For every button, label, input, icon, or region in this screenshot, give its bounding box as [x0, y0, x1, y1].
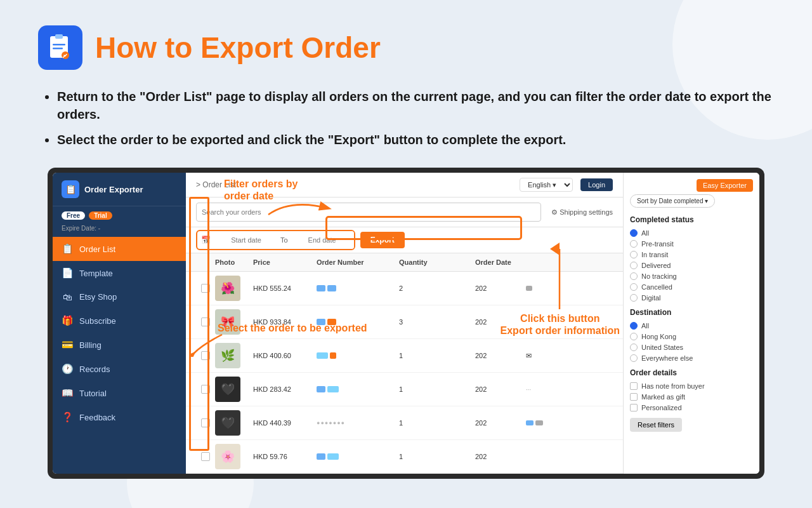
row6-qty: 1 [399, 453, 475, 460]
sidebar-logo-icon: 📋 [62, 180, 79, 198]
shipping-settings-link[interactable]: ⚙ Shipping settings [551, 208, 613, 217]
records-icon: 🕐 [62, 363, 73, 375]
start-date-input[interactable] [214, 231, 278, 249]
row6-photo: 🌸 [215, 444, 240, 469]
nav-label-records: Records [79, 364, 110, 374]
nav-label-template: Template [79, 269, 113, 278]
instructions-list: Return to the "Order List" page to displ… [38, 88, 774, 149]
sort-button[interactable]: Sort by Date completed ▾ [630, 194, 715, 208]
header-quantity: Quantity [399, 258, 475, 266]
date-filter: 📅 To [196, 230, 355, 250]
status-all-radio [630, 229, 638, 237]
nav-label-billing: Billing [79, 340, 102, 350]
easy-exporter-button[interactable]: Easy Exporter [697, 179, 753, 192]
expire-text: Expire Date: - [53, 225, 186, 237]
sidebar-item-order-list[interactable]: 📋 Order List [53, 237, 186, 261]
row6-checkbox[interactable] [196, 452, 215, 461]
dest-us[interactable]: United States [630, 344, 753, 351]
detail-note[interactable]: Has note from buyer [630, 382, 753, 390]
search-input[interactable] [196, 203, 541, 222]
completed-status-title: Completed status [630, 215, 753, 224]
sidebar-item-records[interactable]: 🕐 Records [53, 357, 186, 381]
row4-col6: ··· [526, 385, 589, 393]
sidebar-item-template[interactable]: 📄 Template [53, 261, 186, 285]
row1-price: HKD 555.24 [253, 284, 317, 292]
status-pretransit[interactable]: Pre-transit [630, 240, 753, 248]
calendar-icon: 📅 [197, 236, 214, 244]
row2-photo: 🎀 [215, 309, 240, 335]
topbar: > Order List English ▾ Login [186, 173, 623, 197]
sidebar-item-etsy-shop[interactable]: 🛍 Etsy Shop [53, 285, 186, 309]
end-date-input[interactable] [291, 231, 354, 249]
order-details-title: Order details [630, 368, 753, 377]
sidebar-item-subscribe[interactable]: 🎁 Subscribe [53, 309, 186, 333]
row4-qty: 1 [399, 385, 475, 393]
row5-checkbox[interactable] [196, 418, 215, 427]
header-order-date: Order Date [475, 258, 526, 266]
row1-photo: 🌺 [215, 276, 240, 301]
right-panel: Easy Exporter Sort by Date completed ▾ C… [623, 173, 759, 474]
feedback-icon: ❓ [62, 411, 73, 423]
row6-order-num [317, 453, 399, 460]
date-filter-bar: 📅 To Export [186, 227, 623, 253]
sidebar-item-feedback[interactable]: ❓ Feedback [53, 405, 186, 429]
trial-bar: Free Trial [53, 206, 186, 225]
sidebar-nav: 📋 Order List 📄 Template 🛍 Etsy Shop 🎁 Su… [53, 237, 186, 474]
row2-qty: 3 [399, 318, 475, 326]
dest-all[interactable]: All [630, 322, 753, 330]
status-cancelled[interactable]: Cancelled [630, 283, 753, 291]
row3-checkbox[interactable] [196, 351, 215, 360]
status-digital[interactable]: Digital [630, 294, 753, 302]
header-order-number: Order Number [317, 258, 399, 266]
breadcrumb: > Order List [196, 180, 236, 189]
row3-order-num [317, 352, 399, 359]
order-table: Photo Price Order Number Quantity Order … [186, 253, 623, 474]
dest-hk[interactable]: Hong Kong [630, 333, 753, 340]
main-content: > Order List English ▾ Login ⚙ Shipping … [186, 173, 623, 474]
row2-date: 202 [475, 318, 526, 326]
row2-order-num [317, 319, 399, 325]
row1-checkbox[interactable] [196, 284, 215, 293]
reset-filters-button[interactable]: Reset filters [630, 418, 682, 432]
template-icon: 📄 [62, 267, 73, 279]
sidebar-header: 📋 Order Exporter [53, 173, 186, 206]
status-all[interactable]: All [630, 229, 753, 237]
row1-col6 [526, 286, 589, 291]
sidebar-item-billing[interactable]: 💳 Billing [53, 333, 186, 357]
status-notracking-radio [630, 272, 638, 280]
detail-gift[interactable]: Marked as gift [630, 393, 753, 401]
subscribe-icon: 🎁 [62, 315, 73, 326]
row6-price: HKD 59.76 [253, 453, 317, 460]
detail-personalized[interactable]: Personalized [630, 404, 753, 411]
row4-checkbox[interactable] [196, 385, 215, 394]
table-header: Photo Price Order Number Quantity Order … [186, 253, 623, 272]
row2-checkbox[interactable] [196, 318, 215, 326]
status-notracking[interactable]: No tracking [630, 272, 753, 280]
screenshot-container: 📋 Order Exporter Free Trial Expire Date:… [48, 168, 764, 479]
status-delivered[interactable]: Delivered [630, 262, 753, 269]
tutorial-icon: 📖 [62, 387, 73, 399]
nav-label-order-list: Order List [79, 244, 115, 254]
date-separator: To [278, 231, 291, 249]
app-icon: ↓ [38, 25, 82, 70]
clipboard-icon: ↓ [46, 34, 74, 62]
status-delivered-radio [630, 262, 638, 269]
row2-price: HKD 933.84 [253, 318, 317, 326]
page-title: How to Export Order [95, 30, 381, 65]
status-cancelled-radio [630, 283, 638, 291]
table-row: 🌿 HKD 400.60 1 202 ✉ [186, 339, 623, 373]
dest-all-radio [630, 322, 638, 330]
row5-col6 [526, 419, 589, 427]
detail-note-checkbox [630, 382, 638, 390]
dest-everywhere[interactable]: Everywhere else [630, 354, 753, 362]
sidebar-item-tutorial[interactable]: 📖 Tutorial [53, 381, 186, 405]
status-intransit[interactable]: In transit [630, 251, 753, 258]
header-col6 [526, 258, 589, 266]
detail-personalized-checkbox [630, 404, 638, 411]
dest-us-radio [630, 344, 638, 351]
login-button[interactable]: Login [580, 178, 613, 191]
svg-rect-3 [53, 48, 63, 50]
billing-icon: 💳 [62, 339, 73, 351]
language-select[interactable]: English ▾ [520, 178, 573, 192]
export-button[interactable]: Export [360, 232, 405, 248]
